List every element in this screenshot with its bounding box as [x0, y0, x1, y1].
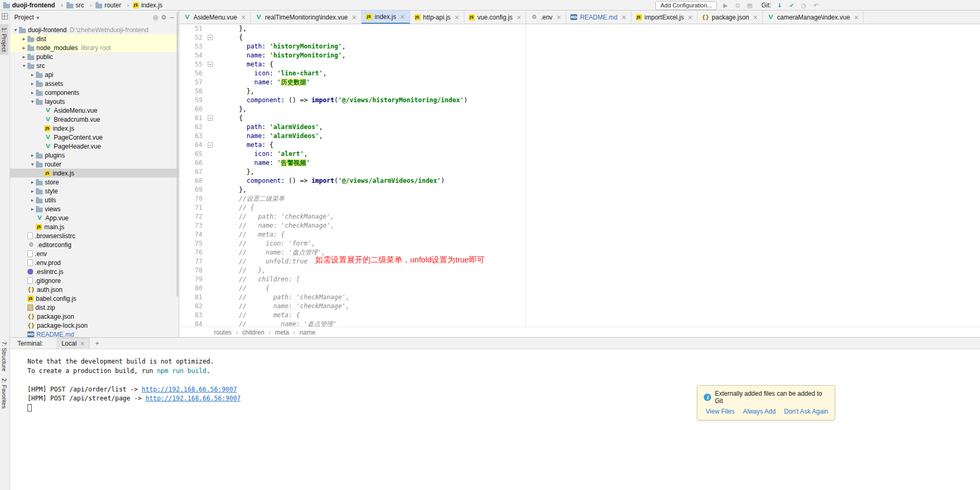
editor-tab-realTimeMonitoring\index.vue[interactable]: realTimeMonitoring\index.vue× [251, 11, 362, 24]
code-line-53[interactable]: 53 path: 'historyMonitoring', [179, 42, 980, 51]
code-line-81[interactable]: 81 // path: 'checkManage', [179, 293, 980, 302]
close-tab-icon[interactable]: × [687, 14, 693, 21]
tree-item-components[interactable]: ▸components [10, 88, 179, 97]
close-tab-icon[interactable]: × [853, 14, 859, 21]
close-tab-icon[interactable]: × [516, 14, 521, 21]
code-line-67[interactable]: 67 }, [179, 168, 980, 177]
project-panel-title[interactable]: Project [14, 14, 34, 21]
tree-item-.eslintrc.js[interactable]: .eslintrc.js [10, 267, 179, 276]
breadcrumb-name[interactable]: name [299, 329, 315, 336]
close-tab-icon[interactable]: × [454, 14, 460, 21]
code-line-70[interactable]: 70 //设置二级菜单 [179, 194, 980, 203]
editor-tab-README.md[interactable]: README.md× [566, 11, 631, 24]
tree-item-AsideMenu.vue[interactable]: AsideMenu.vue [10, 106, 179, 115]
code-line-52[interactable]: 52− { [179, 33, 980, 42]
settings-icon[interactable]: ⚙ [161, 14, 167, 21]
code-line-80[interactable]: 80 // { [179, 284, 980, 293]
close-tab-icon[interactable]: × [556, 14, 561, 21]
tree-item-api[interactable]: ▸api [10, 70, 179, 79]
tree-item-package-lock.json[interactable]: package-lock.json [10, 321, 179, 330]
tool-window-button-project[interactable]: 1: Project [0, 24, 8, 55]
tree-item-README.md[interactable]: README.md [10, 330, 179, 337]
editor-tab-cameraManage\index.vue[interactable]: cameraManage\index.vue× [763, 11, 863, 24]
code-line-57[interactable]: 57 name: '历史数据' [179, 78, 980, 87]
chevron-right-icon[interactable]: ▸ [29, 81, 36, 86]
chevron-right-icon[interactable]: ▸ [29, 206, 36, 212]
dont-ask-again-link[interactable]: Don't Ask Again [784, 408, 828, 415]
fold-icon[interactable]: − [208, 62, 213, 67]
code-line-69[interactable]: 69 }, [179, 185, 980, 194]
tree-item-dist[interactable]: ▸dist [10, 34, 179, 43]
code-line-58[interactable]: 58 }, [179, 87, 980, 96]
tree-item-router[interactable]: ▾router [10, 160, 179, 169]
code-line-56[interactable]: 56 icon: 'line-chart', [179, 69, 980, 78]
fold-icon[interactable]: − [208, 35, 213, 40]
code-line-72[interactable]: 72 // path: 'checkManage', [179, 212, 980, 221]
code-line-54[interactable]: 54 name: 'historyMonitoring', [179, 51, 980, 60]
tree-item-duoji-frontend[interactable]: ▾duoji-frontendD:\zheheWeb\duoji-fronten… [10, 25, 179, 34]
history-icon[interactable]: ◷ [800, 2, 808, 9]
tool-window-button-structure[interactable]: 7: Structure [0, 338, 8, 375]
close-tab-icon[interactable]: × [400, 13, 405, 21]
tree-item-main.js[interactable]: main.js [10, 222, 179, 231]
tree-item-PageHeader.vue[interactable]: PageHeader.vue [10, 142, 179, 151]
coverage-icon[interactable]: ▤ [746, 2, 753, 9]
code-line-60[interactable]: 60 }, [179, 105, 980, 114]
code-line-76[interactable]: 76 // name: '盘点管理', [179, 248, 980, 257]
terminal-link[interactable]: http://192.168.66.56:9007 [142, 386, 237, 393]
breadcrumb-router[interactable]: router [95, 2, 132, 9]
tool-windows-icon[interactable] [2, 13, 8, 19]
editor-tab-AsideMenu.vue[interactable]: AsideMenu.vue× [179, 11, 251, 24]
tree-scrollbar[interactable] [177, 12, 178, 297]
chevron-right-icon[interactable]: ▸ [21, 36, 27, 42]
tree-item-.browserslistrc[interactable]: .browserslistrc [10, 231, 179, 240]
fold-icon[interactable]: − [208, 142, 213, 148]
code-line-79[interactable]: 79 // children: [ [179, 275, 980, 284]
breadcrumb-children[interactable]: children [242, 329, 275, 336]
chevron-right-icon[interactable]: ▸ [29, 90, 36, 95]
editor-tab-importExcel.js[interactable]: importExcel.js× [632, 11, 698, 24]
tree-item-package.json[interactable]: package.json [10, 312, 179, 321]
tree-item-assets[interactable]: ▸assets [10, 79, 179, 88]
git-update-icon[interactable]: ↓ [776, 2, 783, 9]
breadcrumb-src[interactable]: src [66, 2, 95, 9]
code-line-64[interactable]: 64− meta: { [179, 141, 980, 150]
chevron-right-icon[interactable]: ▸ [29, 179, 36, 185]
chevron-right-icon[interactable]: ▸ [29, 188, 36, 194]
code-line-59[interactable]: 59 component: () => import('@/views/hist… [179, 96, 980, 105]
chevron-right-icon[interactable]: ▸ [21, 45, 27, 51]
tree-item-index.js[interactable]: index.js [10, 124, 179, 133]
tree-item-.env.prod[interactable]: .env.prod [10, 258, 179, 267]
hide-panel-icon[interactable]: − [169, 14, 174, 21]
tree-item-dist.zip[interactable]: dist.zip [10, 303, 179, 312]
chevron-down-icon[interactable]: ▾ [12, 27, 19, 33]
tree-item-.env[interactable]: .env [10, 249, 179, 258]
tree-item-.editorconfig[interactable]: .editorconfig [10, 240, 179, 249]
tree-item-plugins[interactable]: ▸plugins [10, 151, 179, 160]
code-line-65[interactable]: 65 icon: 'alert', [179, 150, 980, 159]
tree-item-Breadcrumb.vue[interactable]: Breadcrumb.vue [10, 115, 179, 124]
add-configuration-button[interactable]: Add Configuration... [655, 1, 717, 10]
code-line-82[interactable]: 82 // name: 'checkManage', [179, 302, 980, 311]
editor-tab-index.js[interactable]: index.js× [362, 11, 410, 24]
tree-item-auth.json[interactable]: auth.json [10, 285, 179, 294]
breadcrumb-routes[interactable]: routes [214, 329, 242, 336]
always-add-link[interactable]: Always Add [743, 408, 775, 415]
tree-item-utils[interactable]: ▸utils [10, 195, 179, 204]
debug-icon[interactable]: ⊙ [734, 2, 741, 9]
chevron-right-icon[interactable]: ▸ [29, 197, 36, 203]
tree-item-babel.config.js[interactable]: babel.config.js [10, 294, 179, 303]
tree-item-views[interactable]: ▸views [10, 204, 179, 213]
tree-item-PageContent.vue[interactable]: PageContent.vue [10, 133, 179, 142]
code-line-78[interactable]: 78 // }, [179, 266, 980, 275]
code-line-77[interactable]: 77 // unfold:true [179, 257, 980, 266]
chevron-down-icon[interactable]: ▾ [21, 63, 27, 68]
chevron-right-icon[interactable]: ▸ [29, 72, 36, 77]
tree-item-.gitignore[interactable]: .gitignore [10, 276, 179, 285]
code-line-74[interactable]: 74 // meta: { [179, 230, 980, 239]
terminal-tab-local[interactable]: Local × [57, 338, 90, 349]
chevron-down-icon[interactable]: ▾ [29, 161, 36, 167]
editor[interactable]: 51 },52− {53 path: 'historyMonitoring',5… [179, 24, 980, 327]
close-tab-icon[interactable]: × [753, 14, 758, 21]
code-line-61[interactable]: 61− { [179, 114, 980, 123]
